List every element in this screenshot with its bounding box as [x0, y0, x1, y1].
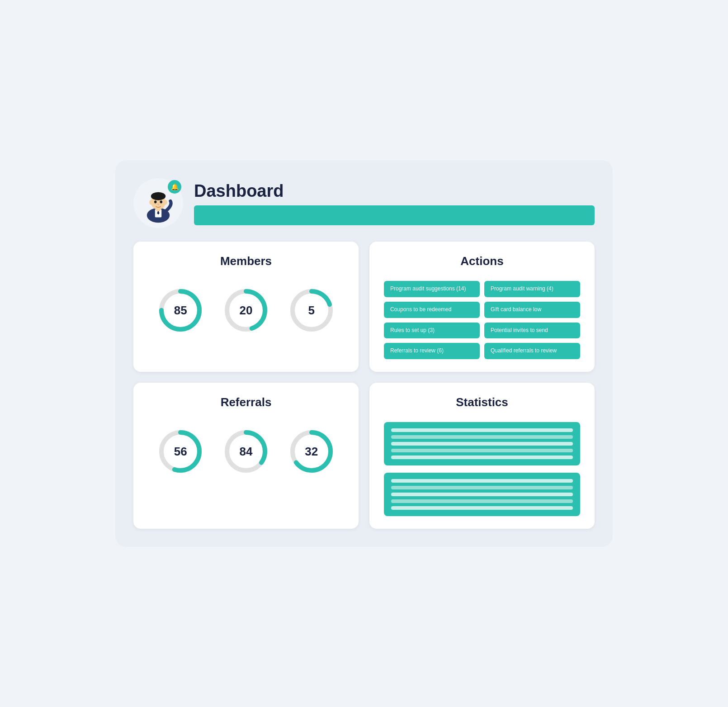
action-button[interactable]: Qualified referrals to review — [484, 343, 580, 359]
action-button[interactable]: Coupons to be redeemed — [384, 302, 480, 318]
stats-blocks — [384, 422, 580, 516]
stats-line — [391, 435, 573, 439]
actions-grid: Program audit suggestions (14)Program au… — [384, 281, 580, 359]
svg-point-7 — [164, 200, 167, 205]
action-button[interactable]: Referrals to review (6) — [384, 343, 480, 359]
statistics-title: Statistics — [384, 395, 580, 409]
members-card: Members 85 20 5 — [133, 242, 359, 371]
action-button[interactable]: Program audit suggestions (14) — [384, 281, 480, 297]
donut-value: 5 — [308, 304, 314, 318]
app-container: 🔔 Dashboard Members 85 20 — [115, 160, 613, 546]
members-title: Members — [148, 254, 344, 268]
donut-value: 56 — [174, 444, 187, 458]
svg-point-8 — [154, 200, 156, 203]
svg-point-5 — [151, 192, 165, 200]
statistics-card: Statistics — [369, 383, 595, 529]
donut-value: 20 — [240, 304, 253, 318]
donut-value: 32 — [305, 444, 318, 458]
donut-value: 84 — [240, 444, 253, 458]
stats-line — [391, 442, 573, 446]
stats-block — [384, 473, 580, 516]
svg-point-10 — [157, 204, 159, 205]
donut-chart: 32 — [287, 427, 336, 476]
page-title: Dashboard — [194, 181, 595, 201]
stats-block — [384, 422, 580, 465]
donut-container: 32 — [287, 427, 336, 476]
actions-title: Actions — [384, 254, 580, 268]
donut-value: 85 — [174, 304, 187, 318]
bell-icon: 🔔 — [171, 183, 179, 190]
stats-line — [391, 449, 573, 452]
stats-lines — [391, 428, 573, 459]
donut-chart: 56 — [156, 427, 205, 476]
members-charts-row: 85 20 5 — [148, 281, 344, 344]
donut-container: 20 — [221, 285, 271, 335]
stats-line — [391, 456, 573, 459]
donut-container: 85 — [156, 285, 205, 335]
referrals-charts-row: 56 84 32 — [148, 422, 344, 485]
donut-container: 84 — [221, 427, 271, 476]
donut-chart: 20 — [221, 285, 271, 335]
action-button[interactable]: Gift card balance low — [484, 302, 580, 318]
svg-point-9 — [160, 200, 162, 203]
stats-lines — [391, 479, 573, 510]
header-bar — [194, 205, 595, 225]
donut-chart: 5 — [287, 285, 336, 335]
header-right: Dashboard — [194, 181, 595, 225]
dashboard-grid: Members 85 20 5 Actions Program audi — [133, 242, 595, 528]
action-button[interactable]: Rules to set up (3) — [384, 323, 480, 339]
stats-line — [391, 479, 573, 483]
donut-container: 56 — [156, 427, 205, 476]
action-button[interactable]: Program audit warning (4) — [484, 281, 580, 297]
stats-line — [391, 506, 573, 510]
stats-line — [391, 428, 573, 432]
donut-container: 5 — [287, 285, 336, 335]
avatar-wrap: 🔔 — [133, 178, 183, 228]
donut-chart: 84 — [221, 427, 271, 476]
stats-line — [391, 486, 573, 489]
referrals-card: Referrals 56 84 32 — [133, 383, 359, 529]
stats-line — [391, 499, 573, 503]
donut-chart: 85 — [156, 285, 205, 335]
referrals-title: Referrals — [148, 395, 344, 409]
actions-card: Actions Program audit suggestions (14)Pr… — [369, 242, 595, 371]
svg-point-6 — [149, 200, 152, 205]
header: 🔔 Dashboard — [133, 178, 595, 228]
action-button[interactable]: Potential invites to send — [484, 323, 580, 339]
stats-line — [391, 493, 573, 496]
